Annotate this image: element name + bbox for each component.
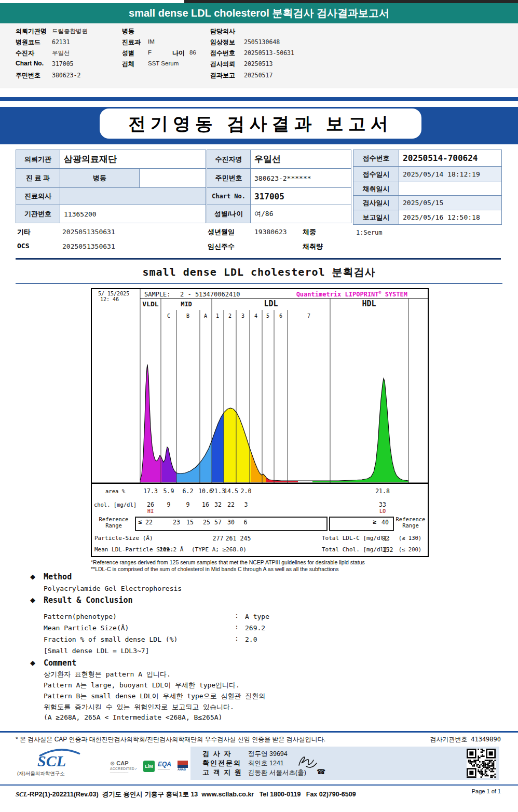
field-value: 317005 <box>52 60 74 67</box>
field-label: 주민번호 <box>16 71 40 80</box>
footer-url: www.scllab.co.kr <box>201 791 254 798</box>
field-label: 수진자 <box>16 49 34 58</box>
info-label: 채취일시 <box>353 182 399 196</box>
cap-accredited-label: ACCREDITED✓ <box>110 767 140 771</box>
chart-time: 12: 46 <box>100 296 119 302</box>
info-label: 주민번호 <box>207 169 251 188</box>
title-plate: 전기영동 검사결과 보고서 <box>100 109 421 139</box>
qr-code <box>467 749 496 778</box>
particle-size-value: 277 <box>213 535 224 542</box>
info-value: 2025/05/15 <box>399 196 501 210</box>
total-chol-value: 152 <box>383 546 393 553</box>
hi-flag: HI <box>147 508 154 514</box>
area-value: 14.5 <box>224 488 238 495</box>
field-value: 우일선 <box>52 49 70 57</box>
area-value: 2.0 <box>241 488 252 495</box>
chol-value: 22 <box>227 501 235 508</box>
lipoprint-chart: 5/ 15/2025 12: 46 SAMPLE: 2 - 5134700624… <box>91 288 429 557</box>
footer-fax: Fax 02)790-6509 <box>306 791 356 798</box>
ref-value: 15 <box>186 519 194 526</box>
chol-value: 9 <box>186 501 190 508</box>
band-label-hdl: HDL <box>362 299 376 308</box>
info-table-right: 접수번호 20250514-700624 접수일시 2025/05/14 18:… <box>353 150 502 225</box>
field-value: F <box>148 49 152 56</box>
field-label: 병원코드 <box>16 38 40 47</box>
field-label: Chart No. <box>16 60 44 67</box>
report-header-title: small dense LDL cholesterol 분획검사 검사결과보고서 <box>0 3 518 23</box>
band-label-vldl: VLDL <box>142 300 158 308</box>
sub-band-label: B <box>186 313 189 319</box>
field-value: 20250517 <box>244 72 272 79</box>
chol-value: 9 <box>167 501 171 508</box>
field-label: 검체 <box>122 60 134 69</box>
field-value: 2505130648 <box>244 38 280 46</box>
brand-suffix: SYSTEM <box>385 291 407 298</box>
info-value: 2025/05/14 18:12:19 <box>399 167 501 182</box>
comment-line: (A ≥268A, 265A < Intermediate <268A, B≤2… <box>44 713 222 721</box>
chol-value: 16 <box>202 501 209 508</box>
info-value: 2025/05/16 12:50:18 <box>399 210 501 224</box>
chart-date: 5/ 15/2025 <box>98 291 129 296</box>
sub-band-label: 5 <box>266 313 269 319</box>
info-value: 11365200 <box>60 205 206 223</box>
lo-flag: LO <box>379 508 386 514</box>
footer-doc-info: SCL-RP2(1)-202211(Rev.03) 경기도 용인시 기흥구 흥덕… <box>16 790 356 799</box>
stats-separator <box>92 483 428 484</box>
info-table-middle: 수진자명 우일선 주민번호 380623-2****** Chart No. 3… <box>207 150 351 223</box>
sample-label: SAMPLE: <box>144 291 171 298</box>
comment-line: Pattern B는 small dense LDL이 우세한 type으로 심… <box>44 692 265 701</box>
chart-footnote-2: **LDL-C is comprised of the sum of chole… <box>91 566 338 572</box>
sig-row-value: 김동환 서울서초(출) <box>248 768 306 777</box>
footer-tel: Tel 1800-0119 <box>260 791 301 798</box>
brand-name: Quantimetrix LIPOPRINT <box>296 291 379 298</box>
comment-line: 상기환자 표현형은 pattern A 입니다. <box>44 670 171 679</box>
info-label: 생년월일 <box>208 227 235 237</box>
field-label: 접수번호 <box>210 49 235 58</box>
ref-range-label-right: Range <box>402 522 419 529</box>
ref-value: 23 <box>173 519 180 526</box>
field-value: 62131 <box>52 38 70 46</box>
sub-band-label: 6 <box>279 313 282 319</box>
area-value: 17.3 <box>143 488 158 495</box>
result-label: Fraction % of small dense LDL (%) <box>44 635 178 643</box>
footer-top-rule <box>0 731 518 733</box>
particle-size-value: 245 <box>240 535 251 542</box>
brand-label: Quantimetrix LIPOPRINT® SYSTEM <box>259 290 407 298</box>
field-value: 86 <box>189 49 196 56</box>
info-label: 임신주수 <box>208 242 235 251</box>
total-ldl-label: Total LDL-C [mg/dl]: <box>322 535 380 542</box>
anab-mark-top <box>178 761 188 765</box>
field-label: 나이 <box>172 49 185 58</box>
field-label: 결과보고 <box>210 71 235 80</box>
info-value-empty <box>140 169 206 188</box>
total-chol-label: Total Chol. [mg/dl]: <box>322 546 380 553</box>
band-label-ldl: LDL <box>264 299 278 308</box>
chol-value: 3 <box>244 501 248 508</box>
info-label: 수진자명 <box>207 150 251 169</box>
field-label: 의뢰기관명 <box>16 27 47 36</box>
diamond-icon: ◆ <box>30 659 35 667</box>
ref-range-label: Reference <box>99 516 129 522</box>
info-label: Chart No. <box>207 188 251 205</box>
total-ldl-value: 92 <box>382 535 389 542</box>
diamond-icon: ◆ <box>30 573 35 580</box>
registered-icon: ® <box>379 290 381 295</box>
result-heading: Result & Conclusion <box>44 596 133 605</box>
comment-line: 위험도를 증가시킬 수 있는 위험인자로 보고되고 있습니다. <box>44 702 234 712</box>
info-label: 접수번호 <box>353 150 399 167</box>
field-label: 진료과 <box>122 38 141 47</box>
phone-icon: ☎ <box>317 767 325 776</box>
org-number-value: 41349890 <box>471 736 501 743</box>
sub-band-label: 3 <box>241 313 244 319</box>
area-value: 6.2 <box>183 488 194 495</box>
info-label: 성별/나이 <box>207 205 251 223</box>
divider-rule <box>16 258 501 260</box>
report-header-bar: small dense LDL cholesterol 분획검사 검사결과보고서 <box>0 3 518 23</box>
area-value: 21.3 <box>211 488 225 495</box>
footer-scl: SCL <box>16 791 28 798</box>
info-value: 380623-2****** <box>251 169 351 188</box>
info-label: 채취량 <box>303 242 323 251</box>
info-value: 19380623 <box>254 228 287 236</box>
signature-icon <box>296 754 319 769</box>
row-label: chol. [mg/dl] <box>94 502 137 508</box>
